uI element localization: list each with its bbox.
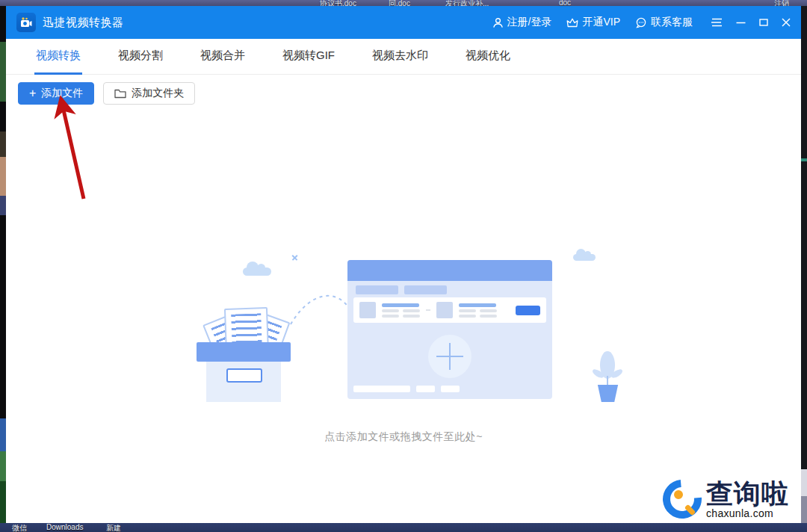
mockup-file-row — [353, 297, 546, 323]
app-title: 迅捷视频转换器 — [43, 16, 124, 30]
register-login-button[interactable]: 注册/登录 — [492, 16, 552, 29]
menu-icon[interactable] — [711, 18, 723, 27]
chat-icon — [635, 17, 647, 28]
folder-icon — [114, 89, 126, 99]
watermark: 查询啦 chaxunla.com — [663, 480, 789, 519]
desktop-bottom-strip: 微信Downloads新建 — [0, 523, 807, 532]
minimize-icon[interactable] — [736, 18, 746, 27]
mockup-convert-button — [516, 306, 540, 315]
dashed-connector — [192, 248, 356, 338]
watermark-brand: 查询啦 — [706, 480, 789, 507]
potted-plant-icon — [593, 351, 622, 402]
desktop-icon-fragment — [801, 496, 807, 523]
crown-icon — [566, 17, 578, 28]
mockup-tabs — [347, 281, 552, 294]
title-bar: 迅捷视频转换器 注册/登录 开通VIP 联系客服 — [6, 6, 801, 39]
archive-box-lid — [197, 342, 291, 362]
desktop-icon-label: 发行政业补... — [445, 0, 489, 6]
tab-3[interactable]: 视频合并 — [199, 39, 247, 75]
tab-bar: 视频转换视频分割视频合并视频转GIF视频去水印视频优化 — [6, 39, 801, 75]
toolbar: + 添加文件 添加文件夹 — [6, 75, 801, 112]
desktop-icon-fragment — [0, 481, 6, 523]
cloud-icon — [573, 254, 596, 261]
add-folder-label: 添加文件夹 — [132, 87, 184, 100]
add-file-label: 添加文件 — [41, 87, 83, 100]
watermark-domain: chaxunla.com — [706, 508, 789, 519]
tab-2[interactable]: 视频分割 — [117, 39, 164, 75]
app-window-mockup — [347, 260, 552, 399]
close-icon[interactable] — [782, 18, 791, 27]
desktop-left-strip — [0, 6, 6, 523]
tab-1[interactable]: 视频转换 — [34, 39, 82, 75]
mockup-add-circle-icon — [428, 335, 471, 378]
register-login-label: 注册/登录 — [507, 16, 552, 29]
desktop-icon-label: 新建 — [106, 523, 121, 532]
desktop-icon-fragment — [801, 469, 807, 496]
desktop-icon-fragment — [0, 132, 6, 157]
plus-icon: + — [29, 87, 36, 99]
desktop-icon-label: 注销 — [774, 0, 789, 6]
desktop-icon-fragment — [0, 157, 6, 196]
magnifier-logo-icon — [663, 480, 702, 519]
vip-button[interactable]: 开通VIP — [566, 16, 620, 29]
app-window: 迅捷视频转换器 注册/登录 开通VIP 联系客服 — [6, 6, 801, 523]
desktop-icon-label: 微信 — [12, 523, 27, 532]
desktop-icon-label: Downloads — [46, 523, 83, 531]
desktop-icon-label: 同.doc — [389, 0, 410, 6]
mockup-header — [347, 260, 552, 281]
desktop-right-strip — [801, 6, 807, 523]
mockup-footer-bars — [353, 386, 460, 392]
desktop-top-strip: 协议书.doc同.doc发行政业补...doc注销 — [0, 0, 807, 6]
desktop-icon-fragment — [0, 418, 6, 451]
main-content: + 添加文件 添加文件夹 — [6, 75, 801, 523]
maximize-icon[interactable] — [759, 18, 768, 27]
archive-box-label-slot — [226, 368, 262, 383]
user-icon — [492, 17, 504, 28]
tab-5[interactable]: 视频去水印 — [371, 39, 430, 75]
desktop-icon-label: 协议书.doc — [320, 0, 356, 6]
desktop-icon-fragment — [0, 196, 6, 215]
desktop-icon-fragment — [0, 451, 6, 481]
add-folder-button[interactable]: 添加文件夹 — [103, 82, 195, 105]
app-logo-icon — [16, 13, 36, 32]
empty-state-illustration — [192, 248, 615, 406]
support-button[interactable]: 联系客服 — [635, 16, 693, 29]
support-label: 联系客服 — [651, 16, 693, 29]
desktop-icon-fragment — [801, 158, 807, 161]
tab-6[interactable]: 视频优化 — [464, 39, 512, 75]
tab-4[interactable]: 视频转GIF — [281, 39, 336, 75]
add-file-button[interactable]: + 添加文件 — [18, 82, 94, 105]
empty-state-hint: 点击添加文件或拖拽文件至此处~ — [6, 430, 801, 444]
desktop-icon-fragment — [0, 42, 6, 102]
desktop-icon-label: doc — [559, 0, 571, 6]
vip-label: 开通VIP — [582, 16, 620, 29]
